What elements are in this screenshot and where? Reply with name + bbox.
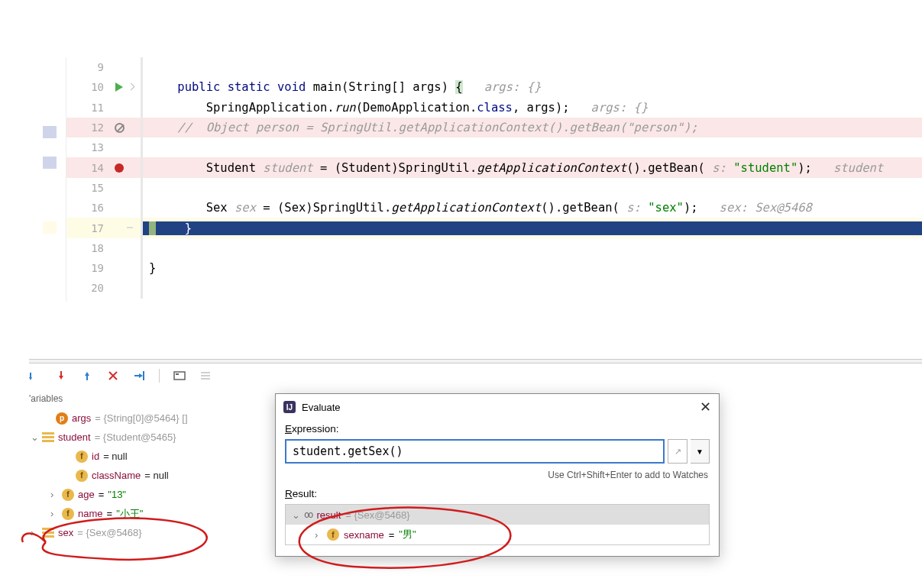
line-number: 16 bbox=[66, 202, 112, 214]
keyword: public bbox=[177, 80, 220, 94]
code-line-current[interactable]: 17 } bbox=[66, 218, 922, 237]
evaluate-expression-icon[interactable] bbox=[173, 370, 186, 382]
variables-tree[interactable]: p args = {String[0]@5464} [] ⌄ student =… bbox=[44, 409, 188, 542]
variable-row-student[interactable]: ⌄ student = {Student@5465} bbox=[44, 428, 188, 447]
toolbar-separator bbox=[159, 369, 160, 383]
inlay-hint: student bbox=[833, 161, 883, 175]
inlay-hint: args: {} bbox=[484, 80, 542, 94]
line-number: 9 bbox=[66, 61, 112, 73]
line-number: 17 bbox=[66, 222, 112, 234]
code-line[interactable]: 18 bbox=[66, 238, 922, 258]
chevron-right-icon[interactable]: › bbox=[315, 529, 322, 541]
line-number: 18 bbox=[66, 242, 112, 254]
variable-name: result bbox=[316, 509, 341, 521]
code-line[interactable]: 16 Sex sex = (Sex)SpringUtil.getApplicat… bbox=[66, 198, 922, 218]
debug-toolbar bbox=[29, 367, 212, 385]
panel-splitter[interactable] bbox=[29, 359, 922, 363]
line-number: 19 bbox=[66, 262, 112, 274]
code-line[interactable]: 14 Student student = (Student)SpringUtil… bbox=[66, 157, 922, 177]
variable-value: = {String[0]@5464} [] bbox=[95, 409, 187, 428]
result-tree[interactable]: ⌄ oo result = {Sex@5468} › f sexname = "… bbox=[285, 504, 710, 545]
chevron-right-icon[interactable]: › bbox=[50, 485, 58, 504]
evaluate-dialog[interactable]: IJ Evaluate ✕ EExpression:xpression: ↗ ▼… bbox=[275, 393, 720, 557]
variable-row-age[interactable]: › f age = "13" bbox=[44, 485, 188, 504]
intellij-icon: IJ bbox=[283, 401, 296, 413]
object-badge-icon bbox=[42, 531, 54, 534]
dialog-title: Evaluate bbox=[302, 402, 341, 413]
variable-value: = {Student@5465} bbox=[95, 428, 176, 447]
field-badge-icon: f bbox=[76, 470, 88, 482]
step-out-icon[interactable] bbox=[81, 370, 93, 382]
disabled-breakpoint-icon[interactable] bbox=[115, 123, 125, 133]
dialog-hint: Use Ctrl+Shift+Enter to add to Watches bbox=[285, 470, 708, 480]
variable-row-id[interactable]: f id = null bbox=[44, 447, 188, 466]
result-label: Result: bbox=[285, 488, 710, 499]
code-line[interactable]: 19 } bbox=[66, 258, 922, 278]
result-row[interactable]: ⌄ oo result = {Sex@5468} bbox=[286, 505, 709, 525]
variable-row-name[interactable]: › f name = "小王" bbox=[44, 504, 188, 523]
string-literal: "student" bbox=[733, 161, 797, 175]
line-number: 12 bbox=[66, 121, 112, 134]
trace-current-stream-icon[interactable] bbox=[199, 370, 212, 382]
svg-rect-1 bbox=[174, 372, 185, 380]
editor-minimap[interactable] bbox=[38, 57, 66, 302]
svg-rect-2 bbox=[176, 373, 179, 375]
keyword: void bbox=[277, 80, 306, 94]
chevron-right-icon[interactable]: › bbox=[50, 504, 58, 523]
expand-expression-icon[interactable]: ↗ bbox=[668, 439, 687, 464]
code-editor[interactable]: 9 10 public static void main(String[] ar… bbox=[38, 57, 922, 302]
method-call: run bbox=[335, 101, 356, 115]
code-line[interactable]: 10 public static void main(String[] args… bbox=[66, 77, 922, 97]
object-badge-icon bbox=[42, 436, 54, 438]
field-badge-icon: f bbox=[62, 489, 74, 501]
dialog-titlebar[interactable]: IJ Evaluate ✕ bbox=[276, 394, 719, 420]
method-name: main bbox=[313, 80, 341, 94]
fold-end-icon[interactable] bbox=[127, 227, 133, 228]
variable-name: student bbox=[58, 428, 91, 447]
field-badge-icon: f bbox=[62, 508, 74, 520]
code-text bbox=[149, 80, 177, 94]
close-icon[interactable]: ✕ bbox=[700, 399, 711, 415]
step-over-icon[interactable] bbox=[29, 370, 41, 382]
expression-history-dropdown[interactable]: ▼ bbox=[691, 439, 710, 464]
keyword: static bbox=[228, 80, 270, 94]
chevron-right-icon[interactable]: › bbox=[31, 523, 38, 542]
breakpoint-icon[interactable] bbox=[115, 163, 124, 173]
line-number: 13 bbox=[66, 141, 112, 153]
fold-icon[interactable] bbox=[128, 83, 135, 91]
variable-name: args bbox=[72, 409, 91, 428]
line-number: 11 bbox=[66, 102, 112, 114]
variable-row-classname[interactable]: f className = null bbox=[44, 466, 188, 485]
object-link-icon: oo bbox=[304, 509, 312, 520]
step-into-icon[interactable] bbox=[55, 370, 67, 382]
code-line[interactable]: 9 bbox=[66, 57, 922, 77]
variables-panel-title: 'ariables bbox=[29, 393, 63, 404]
code-line[interactable]: 15 bbox=[66, 178, 922, 198]
variable-value: = {Sex@5468} bbox=[345, 509, 409, 521]
caret-indicator bbox=[149, 221, 156, 235]
chevron-down-icon[interactable]: ⌄ bbox=[31, 428, 38, 447]
variable-row-args[interactable]: p args = {String[0]@5464} [] bbox=[44, 409, 188, 428]
expression-input[interactable] bbox=[285, 439, 665, 464]
inlay-hint: args: {} bbox=[591, 101, 649, 115]
line-number: 15 bbox=[66, 182, 112, 194]
string-literal: "sex" bbox=[648, 201, 684, 215]
chevron-down-icon[interactable]: ⌄ bbox=[292, 509, 299, 521]
code-line[interactable]: 11 SpringApplication.run(DemoApplication… bbox=[66, 98, 922, 118]
result-row-sexname[interactable]: › f sexname = "男" bbox=[286, 525, 709, 544]
comment: // Object person = SpringUtil.getApplica… bbox=[177, 121, 697, 134]
code-line[interactable]: 20 bbox=[66, 278, 922, 298]
line-number: 10 bbox=[66, 81, 112, 93]
variable-row-sex[interactable]: › sex = {Sex@5468} bbox=[44, 523, 188, 542]
svg-rect-0 bbox=[143, 371, 144, 380]
code-line[interactable]: 13 bbox=[66, 137, 922, 157]
run-icon[interactable] bbox=[115, 82, 123, 92]
code-line[interactable]: 12 // Object person = SpringUtil.getAppl… bbox=[66, 118, 922, 137]
inlay-hint: sex: Sex@5468 bbox=[720, 201, 812, 215]
line-number: 20 bbox=[66, 282, 112, 294]
drop-frame-icon[interactable] bbox=[107, 370, 119, 382]
field-badge-icon: f bbox=[76, 451, 88, 463]
param-badge-icon: p bbox=[56, 412, 68, 425]
run-to-cursor-icon[interactable] bbox=[133, 370, 145, 382]
field-badge-icon: f bbox=[327, 528, 339, 541]
